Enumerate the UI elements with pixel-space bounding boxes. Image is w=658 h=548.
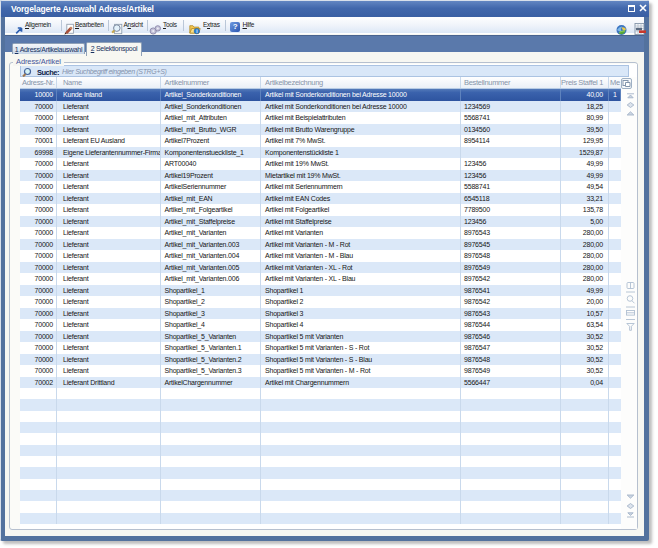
svg-text:i: i xyxy=(196,29,197,34)
